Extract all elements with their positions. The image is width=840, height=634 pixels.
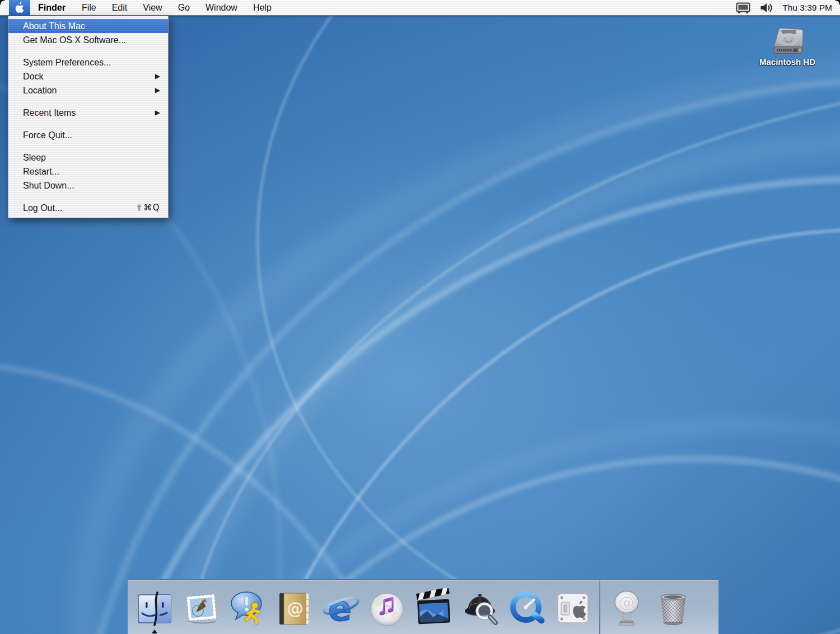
apple-menu-item-location[interactable]: Location▶	[8, 83, 168, 97]
desktop-icon-macintosh-hd[interactable]: Macintosh HD	[754, 21, 821, 67]
dock-item-aim[interactable]	[227, 588, 268, 628]
finder-icon	[134, 588, 175, 628]
dock-item-mail[interactable]	[181, 588, 221, 628]
apple-menu-dropdown: About This MacGet Mac OS X Software...Sy…	[8, 16, 169, 218]
aim-icon	[227, 588, 268, 628]
shortcut-label: ⇧⌘Q	[136, 201, 160, 215]
address-book-icon: @	[274, 588, 314, 628]
dock-item-itunes[interactable]	[367, 588, 407, 628]
desktop-icon-label: Macintosh HD	[754, 57, 821, 67]
quicktime-icon	[506, 588, 547, 628]
dock-item-finder[interactable]	[134, 588, 175, 628]
apple-menu-button[interactable]	[9, 0, 30, 16]
imovie-icon	[413, 588, 454, 628]
apple-menu-item-dock[interactable]: Dock▶	[8, 69, 168, 83]
apple-menu-item-log-out[interactable]: Log Out...⇧⌘Q	[8, 201, 168, 215]
displays-icon[interactable]	[736, 2, 750, 14]
menu-separator-gap	[8, 97, 168, 106]
submenu-arrow-icon: ▶	[155, 106, 160, 120]
apple-menu-item-sleep[interactable]: Sleep	[8, 151, 168, 165]
running-indicator	[152, 630, 157, 633]
system-preferences-icon	[553, 588, 593, 628]
apple-menu-item-shut-down[interactable]: Shut Down...	[8, 179, 168, 192]
menubar-app-name[interactable]: Finder	[30, 0, 74, 16]
apple-menu-item-restart[interactable]: Restart...	[8, 165, 168, 179]
svg-text:@: @	[287, 599, 304, 618]
mail-stamp-icon	[181, 588, 221, 628]
itunes-icon	[367, 588, 407, 628]
dock-item-sherlock[interactable]	[460, 588, 500, 628]
menubar-menu-help[interactable]: Help	[245, 0, 279, 16]
apple-menu-item-force-quit[interactable]: Force Quit...	[8, 128, 168, 142]
screen-corner-left	[0, 0, 5, 5]
apple-menu-item-get-mac-os-x-software[interactable]: Get Mac OS X Software...	[8, 33, 168, 47]
apple-menu-item-recent-items[interactable]: Recent Items▶	[8, 106, 168, 120]
menu-separator-gap	[8, 142, 168, 151]
dock-item-web-link[interactable]: @	[606, 588, 647, 628]
hard-drive-icon	[766, 21, 809, 56]
dock-item-trash[interactable]	[653, 588, 693, 628]
menubar-menu-go[interactable]: Go	[170, 0, 198, 16]
screen-corner-right	[835, 0, 840, 5]
menubar-menu-file[interactable]: File	[74, 0, 104, 16]
sherlock-icon	[460, 588, 500, 628]
internet-explorer-icon: e	[320, 588, 361, 628]
desktop-screen: Finder FileEditViewGoWindowHelp Thu 3:39…	[0, 0, 840, 634]
svg-text:@: @	[619, 593, 634, 612]
dock-item-quicktime[interactable]	[506, 588, 547, 628]
menubar-menu-window[interactable]: Window	[198, 0, 245, 16]
dock-item-imovie[interactable]	[413, 588, 454, 628]
menu-bar: Finder FileEditViewGoWindowHelp Thu 3:39…	[0, 0, 840, 16]
menubar-status-area: Thu 3:39 PM	[736, 2, 840, 14]
apple-menu-item-about-this-mac[interactable]: About This Mac	[8, 19, 168, 33]
atsign-spring-icon: @	[606, 588, 647, 628]
menubar-clock[interactable]: Thu 3:39 PM	[782, 3, 832, 13]
menu-separator-gap	[8, 192, 168, 201]
dock-separator	[599, 579, 600, 634]
dock: @e@	[128, 579, 718, 634]
apple-logo-icon	[15, 2, 25, 13]
menu-separator-gap	[8, 47, 168, 55]
menu-separator-gap	[8, 120, 168, 128]
submenu-arrow-icon: ▶	[155, 83, 160, 97]
menubar-menu-view[interactable]: View	[135, 0, 170, 16]
trash-icon	[653, 588, 693, 628]
menubar-menu-edit[interactable]: Edit	[104, 0, 136, 16]
volume-icon[interactable]	[760, 2, 773, 14]
apple-menu-item-system-preferences[interactable]: System Preferences...	[8, 55, 168, 69]
menubar-menus: FileEditViewGoWindowHelp	[74, 0, 279, 16]
dock-item-internet-explorer[interactable]: e	[320, 588, 361, 628]
dock-item-system-preferences[interactable]	[553, 588, 593, 628]
dock-item-address-book[interactable]: @	[274, 588, 314, 628]
submenu-arrow-icon: ▶	[155, 69, 160, 83]
